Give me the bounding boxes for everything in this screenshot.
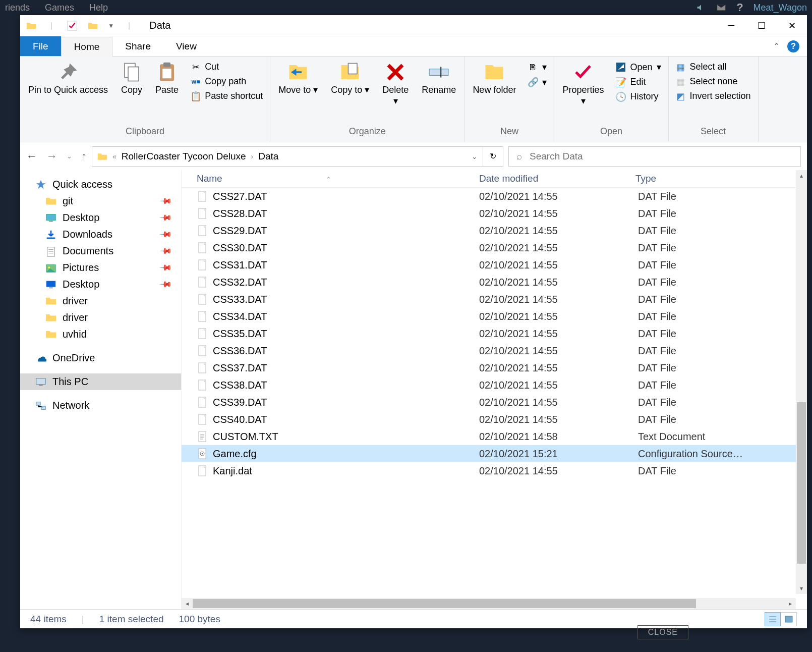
move-to-button[interactable]: Move to ▾ <box>274 59 322 99</box>
refresh-button[interactable]: ↻ <box>483 146 503 167</box>
new-item-button[interactable]: 🗎▾ <box>525 61 550 74</box>
steam-username[interactable]: Meat_Wagon <box>753 3 807 13</box>
file-row[interactable]: CSS39.DAT02/10/2021 14:55DAT File <box>182 394 807 411</box>
file-row[interactable]: Kanji.dat02/10/2021 14:55DAT File <box>182 462 807 479</box>
file-row[interactable]: CSS37.DAT02/10/2021 14:55DAT File <box>182 359 807 376</box>
file-row[interactable]: CSS35.DAT02/10/2021 14:55DAT File <box>182 325 807 342</box>
steam-menu-games[interactable]: Games <box>45 3 74 13</box>
horizontal-scrollbar[interactable]: ◂ ▸ <box>182 598 796 609</box>
scroll-thumb[interactable] <box>797 402 806 564</box>
file-row[interactable]: CSS34.DAT02/10/2021 14:55DAT File <box>182 308 807 325</box>
file-row[interactable]: CSS38.DAT02/10/2021 14:55DAT File <box>182 376 807 394</box>
steam-menu-help[interactable]: Help <box>89 3 108 13</box>
history-button[interactable]: 🕓History <box>613 90 664 103</box>
file-row[interactable]: CSS30.DAT02/10/2021 14:55DAT File <box>182 239 807 256</box>
column-date[interactable]: Date modified <box>479 173 635 184</box>
cut-button[interactable]: ✂Cut <box>188 61 266 73</box>
open-button[interactable]: Open ▾ <box>613 61 664 74</box>
rename-button[interactable]: Rename <box>418 59 460 99</box>
scroll-up-icon[interactable]: ▴ <box>796 170 807 181</box>
file-row[interactable]: CSS31.DAT02/10/2021 14:55DAT File <box>182 256 807 274</box>
column-type[interactable]: Type <box>635 173 792 184</box>
help-button[interactable]: ? <box>787 40 799 52</box>
qat-dropdown-icon[interactable]: ▼ <box>108 22 114 29</box>
copy-button[interactable]: Copy <box>117 59 146 99</box>
delete-button[interactable]: Delete▾ <box>378 59 413 110</box>
group-label-clipboard: Clipboard <box>24 125 266 140</box>
copy-to-button[interactable]: Copy to ▾ <box>327 59 373 99</box>
scroll-left-icon[interactable]: ◂ <box>182 600 193 607</box>
back-button[interactable]: ← <box>26 150 37 163</box>
file-icon <box>197 293 208 306</box>
easy-access-button[interactable]: 🔗▾ <box>525 76 550 89</box>
pin-quick-access-button[interactable]: Pin to Quick access <box>24 59 112 99</box>
pic-icon <box>45 262 56 274</box>
paste-button[interactable]: Paste <box>151 59 183 99</box>
sidebar-item-driver[interactable]: driver <box>20 309 181 326</box>
checkbox-icon[interactable] <box>67 20 78 31</box>
properties-button[interactable]: Properties▾ <box>558 59 608 110</box>
maximize-button[interactable]: ☐ <box>746 15 777 36</box>
sidebar-item-desktop[interactable]: Desktop📌 <box>20 276 181 293</box>
select-none-button[interactable]: ▦Select none <box>673 75 754 88</box>
search-box[interactable]: ⌕ <box>508 146 801 167</box>
announcement-icon[interactable] <box>696 3 706 13</box>
pin-icon: 📌 <box>159 244 173 258</box>
tab-view[interactable]: View <box>163 36 209 56</box>
new-folder-button[interactable]: New folder <box>469 59 520 99</box>
up-button[interactable]: ↑ <box>81 150 87 163</box>
sidebar-item-pictures[interactable]: Pictures📌 <box>20 259 181 276</box>
mail-icon[interactable] <box>716 3 726 13</box>
vertical-scrollbar[interactable]: ▴ ▾ <box>796 170 807 594</box>
sidebar-item-uvhid[interactable]: uvhid <box>20 326 181 343</box>
minimize-button[interactable]: ─ <box>716 15 746 36</box>
scroll-down-icon[interactable]: ▾ <box>796 583 807 594</box>
breadcrumb-parent[interactable]: RollerCoaster Tycoon Deluxe <box>122 151 246 162</box>
file-row[interactable]: CSS28.DAT02/10/2021 14:55DAT File <box>182 205 807 222</box>
scroll-thumb[interactable] <box>193 599 696 608</box>
file-row[interactable]: CSS32.DAT02/10/2021 14:55DAT File <box>182 274 807 291</box>
thumbnails-view-button[interactable] <box>781 612 797 626</box>
file-row[interactable]: CSS36.DAT02/10/2021 14:55DAT File <box>182 342 807 359</box>
paste-shortcut-button[interactable]: 📋Paste shortcut <box>188 90 266 102</box>
tab-home[interactable]: Home <box>61 37 113 57</box>
folder-icon[interactable] <box>88 21 98 30</box>
column-name[interactable]: Name ⌃ <box>197 173 479 184</box>
steam-menu-friends[interactable]: riends <box>5 3 30 13</box>
sidebar-this-pc[interactable]: This PC <box>20 373 181 390</box>
breadcrumb[interactable]: « RollerCoaster Tycoon Deluxe › Data ⌄ <box>92 146 483 167</box>
scroll-right-icon[interactable]: ▸ <box>785 600 796 607</box>
sidebar-network[interactable]: Network <box>20 397 181 414</box>
sidebar-quick-access[interactable]: Quick access <box>20 176 181 193</box>
file-row[interactable]: CSS27.DAT02/10/2021 14:55DAT File <box>182 188 807 205</box>
file-row[interactable]: Game.cfg02/10/2021 15:21Configuration So… <box>182 445 807 462</box>
recent-dropdown-icon[interactable]: ⌄ <box>67 152 72 160</box>
file-row[interactable]: CSS33.DAT02/10/2021 14:55DAT File <box>182 291 807 308</box>
collapse-ribbon-icon[interactable]: ⌃ <box>766 36 787 56</box>
sidebar-item-git[interactable]: git📌 <box>20 193 181 209</box>
invert-selection-button[interactable]: ◩Invert selection <box>673 90 754 102</box>
tab-file[interactable]: File <box>20 36 61 56</box>
column-headers: Name ⌃ Date modified Type <box>182 170 807 188</box>
close-button[interactable]: ✕ <box>777 15 807 36</box>
file-row[interactable]: CUSTOM.TXT02/10/2021 14:58Text Document <box>182 428 807 445</box>
sidebar-item-documents[interactable]: Documents📌 <box>20 243 181 259</box>
file-icon <box>197 276 208 289</box>
search-input[interactable] <box>530 151 793 162</box>
sidebar-onedrive[interactable]: OneDrive <box>20 350 181 366</box>
help-icon[interactable]: ? <box>736 1 743 14</box>
sidebar-item-desktop[interactable]: Desktop📌 <box>20 209 181 226</box>
breadcrumb-current[interactable]: Data <box>258 151 278 162</box>
sidebar-item-driver[interactable]: driver <box>20 293 181 309</box>
steam-close-button[interactable]: CLOSE <box>637 625 688 639</box>
file-row[interactable]: CSS40.DAT02/10/2021 14:55DAT File <box>182 411 807 428</box>
file-row[interactable]: CSS29.DAT02/10/2021 14:55DAT File <box>182 222 807 239</box>
titlebar[interactable]: | ▼ | Data ─ ☐ ✕ <box>20 15 807 36</box>
copy-path-button[interactable]: w■Copy path <box>188 75 266 88</box>
edit-button[interactable]: 📝Edit <box>613 76 664 88</box>
select-all-button[interactable]: ▦Select all <box>673 61 754 73</box>
details-view-button[interactable] <box>765 612 781 626</box>
breadcrumb-dropdown-icon[interactable]: ⌄ <box>472 152 478 160</box>
sidebar-item-downloads[interactable]: Downloads📌 <box>20 226 181 243</box>
tab-share[interactable]: Share <box>112 36 163 56</box>
